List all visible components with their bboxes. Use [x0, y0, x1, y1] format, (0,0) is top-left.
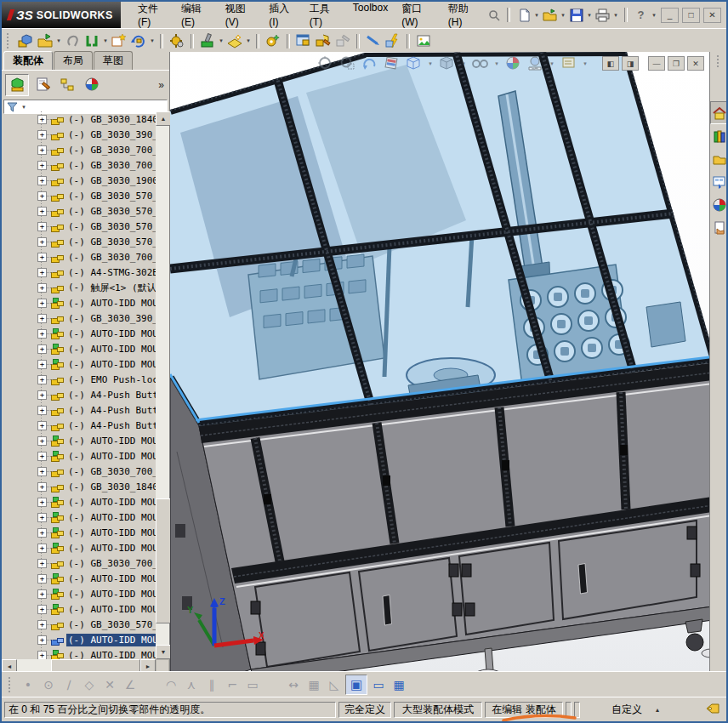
- measure-icon[interactable]: [364, 31, 383, 50]
- expand-icon[interactable]: +: [37, 314, 47, 323]
- expand-icon[interactable]: +: [37, 329, 47, 339]
- assembly-features-icon[interactable]: [198, 31, 217, 50]
- menu-item[interactable]: 帮助(H): [441, 0, 486, 31]
- zoom-to-fit-icon[interactable]: [316, 54, 334, 72]
- dropdown-caret[interactable]: ▾: [493, 60, 500, 67]
- dropdown-caret[interactable]: ▾: [149, 37, 156, 44]
- tree-item[interactable]: + (-) GB_3030_570_0: [2, 234, 156, 249]
- expand-icon[interactable]: +: [37, 283, 47, 293]
- expand-icon[interactable]: +: [37, 145, 47, 155]
- tree-item[interactable]: + (-) AUTO-IDD MOUS: [2, 433, 156, 448]
- expand-icon[interactable]: +: [37, 467, 47, 476]
- display-style-icon[interactable]: [438, 54, 456, 72]
- property-manager-icon[interactable]: [31, 75, 54, 95]
- expand-icon[interactable]: +: [37, 635, 47, 645]
- tree-item[interactable]: + (-) GB_3030_700_0: [2, 249, 156, 265]
- commandmanager-tab[interactable]: 布局: [54, 51, 93, 70]
- expand-icon[interactable]: +: [37, 161, 47, 170]
- tree-item[interactable]: + (-) AUTO-IDD MOUS: [2, 448, 156, 464]
- expand-icon[interactable]: +: [37, 482, 47, 492]
- expand-icon[interactable]: +: [37, 360, 47, 369]
- view-orientation-icon[interactable]: [405, 54, 423, 72]
- motion-study-icon[interactable]: [264, 31, 282, 50]
- up-caret[interactable]: ▴: [656, 706, 659, 714]
- new-document-icon[interactable]: [515, 8, 532, 23]
- tree-item[interactable]: + (-) AUTO-IDD MOUS: [2, 326, 156, 341]
- tree-item[interactable]: + (-) AUTO-IDD MOUS: [2, 632, 156, 647]
- corner-rectangle[interactable]: ⌐: [223, 678, 242, 692]
- rectangle[interactable]: ▭: [243, 678, 262, 692]
- help-icon[interactable]: ?: [633, 8, 649, 23]
- expand-icon[interactable]: +: [37, 513, 47, 522]
- expand-icon[interactable]: +: [37, 299, 47, 308]
- expand-icon[interactable]: +: [37, 452, 47, 461]
- triangle[interactable]: ◺: [325, 678, 344, 692]
- expand-icon[interactable]: +: [37, 559, 47, 568]
- solidworks-resources-icon[interactable]: [710, 101, 728, 124]
- smart-dimension[interactable]: ↔: [284, 678, 303, 692]
- dropdown-caret[interactable]: ▾: [20, 104, 27, 111]
- shaded-view[interactable]: ▣: [345, 675, 367, 695]
- tree-item[interactable]: + (-) GB_3030_1840_: [2, 111, 156, 127]
- tangent-arc[interactable]: ◠: [162, 678, 180, 692]
- show-hidden-components-icon[interactable]: [294, 31, 313, 50]
- dropdown-caret[interactable]: ▾: [612, 12, 619, 19]
- tree-item[interactable]: + (-) GB_3030_1840_: [2, 479, 156, 494]
- configuration-manager-icon[interactable]: [56, 75, 78, 95]
- tree-item[interactable]: + (-) AUTO-IDD MOUS: [2, 356, 156, 372]
- expand-icon[interactable]: +: [37, 544, 47, 553]
- zoom-to-area-icon[interactable]: [338, 54, 356, 72]
- menu-item[interactable]: 视图(V): [219, 0, 263, 31]
- open-document-icon[interactable]: [36, 31, 54, 50]
- dropdown-caret[interactable]: ▾: [427, 60, 434, 67]
- hide-show-items-icon[interactable]: [471, 54, 489, 72]
- expand-icon[interactable]: +: [37, 237, 47, 247]
- appearances-image-icon[interactable]: [414, 31, 433, 50]
- tree-item[interactable]: + (-) AUTO-IDD MOUS: [2, 586, 156, 601]
- dropdown-caret[interactable]: ▾: [533, 12, 540, 19]
- tree-item[interactable]: + (-) GB_3030_570_0: [2, 219, 156, 234]
- edit-appearance-icon[interactable]: [504, 54, 522, 72]
- tree-item[interactable]: + (-) GB_3030_570_0: [2, 617, 156, 632]
- tree-item[interactable]: + (-) AUTO-IDD MOUS: [2, 601, 156, 617]
- tree-item[interactable]: + (-) GB_3030_1900_: [2, 173, 156, 188]
- expand-icon[interactable]: +: [37, 390, 47, 400]
- tag-icon[interactable]: [705, 703, 720, 717]
- dropdown-caret[interactable]: ▾: [102, 37, 109, 44]
- view-palette-icon[interactable]: [710, 170, 728, 193]
- expand-icon[interactable]: +: [37, 130, 47, 139]
- tree-item[interactable]: + (-) A4-Push Butto: [2, 387, 156, 402]
- expand-icon[interactable]: +: [37, 222, 47, 231]
- tree-item[interactable]: + (-) AUTO-IDD MOUS: [2, 525, 156, 540]
- line[interactable]: ∕: [60, 678, 78, 692]
- component-pattern-icon[interactable]: [110, 31, 128, 50]
- expand-icon[interactable]: +: [37, 605, 47, 614]
- expand-icon[interactable]: +: [37, 115, 47, 124]
- expand-icon[interactable]: +: [37, 176, 47, 185]
- dropdown-caret[interactable]: ▾: [55, 37, 62, 44]
- appearances-scenes-icon[interactable]: [710, 193, 728, 216]
- tree-item[interactable]: + (-) AUTO-IDD MOUS: [2, 571, 156, 586]
- tree-item[interactable]: + (-) GB_3030_700_0: [2, 555, 156, 571]
- dropdown-caret[interactable]: ▾: [651, 12, 657, 19]
- expand-icon[interactable]: +: [37, 268, 47, 277]
- expand-icon[interactable]: +: [37, 344, 47, 354]
- custom-label[interactable]: 自定义: [611, 703, 642, 717]
- polygon[interactable]: ◇: [80, 678, 99, 692]
- dropdown-caret[interactable]: ▾: [586, 12, 593, 19]
- split-vertical-button[interactable]: ◨: [622, 56, 639, 71]
- edit-component-icon[interactable]: [314, 31, 333, 50]
- expand-icon[interactable]: +: [37, 207, 47, 216]
- tree-item[interactable]: + (-) AUTO-IDD MOUS: [2, 510, 156, 525]
- menu-item[interactable]: 文件(F): [131, 0, 174, 31]
- dropdown-caret[interactable]: ▾: [218, 37, 225, 44]
- tree-item[interactable]: + (-) GB_3030_570_0: [2, 188, 156, 203]
- interference-detection-icon[interactable]: [384, 31, 402, 50]
- close-document-button[interactable]: ✕: [687, 56, 704, 71]
- menu-item[interactable]: 编辑(E): [174, 0, 219, 31]
- tree-item[interactable]: + (-) AUTO-IDD MOUS: [2, 341, 156, 356]
- status-custom[interactable]: 自定义 ▴: [611, 703, 659, 717]
- scrollbar-thumb[interactable]: [156, 498, 171, 623]
- featuremanager-tree-icon[interactable]: [5, 74, 29, 96]
- scroll-up-button[interactable]: ▲: [156, 111, 171, 126]
